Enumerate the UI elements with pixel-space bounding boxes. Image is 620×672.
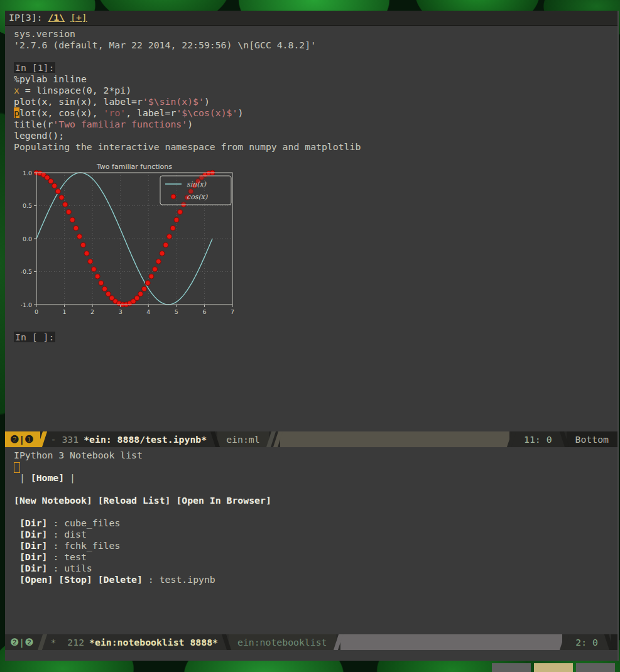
entry-button[interactable]: [Dir] (19, 563, 48, 573)
inline-plot-output: 01234567−1.0−0.50.00.51.0Two familiar fu… (21, 161, 247, 323)
buffer-flags: * 212 (51, 637, 84, 648)
svg-text:3: 3 (119, 308, 122, 315)
svg-text:6: 6 (202, 308, 206, 315)
svg-text:0.0: 0.0 (23, 236, 32, 242)
svg-text:Two familiar functions: Two familiar functions (96, 163, 172, 171)
entry-button[interactable]: [Stop] (58, 574, 92, 585)
stdout-line: Populating the interactive namespace fro… (14, 141, 617, 153)
blank-line (14, 51, 617, 62)
svg-text:−1.0: −1.0 (21, 301, 32, 308)
emacs-frame: IP[3]: /1\ [+] sys.version '2.7.6 (defau… (5, 11, 619, 661)
cell-output: '2.7.6 (default, Mar 22 2014, 22:59:56) … (14, 40, 617, 51)
entry-separator: : (143, 574, 160, 585)
entry-button[interactable]: [Dir] (19, 540, 48, 551)
new-tab-button[interactable]: [+] (70, 12, 87, 23)
minibuffer-echo-area[interactable] (5, 650, 617, 661)
scroll-indicator-segment: Bottom (567, 431, 617, 447)
entry-button[interactable]: [Dir] (19, 529, 48, 539)
taskbar-item[interactable] (534, 663, 573, 672)
modeline-notebooklist: ❷|❷ * 212*ein:notebooklist 8888* ein:not… (5, 634, 617, 650)
code-line[interactable]: plot(x, sin(x), label=r'$\sin(x)$') (14, 96, 617, 107)
buffer-name[interactable]: *ein:notebooklist 8888* (89, 637, 218, 648)
code-text: , label=r (126, 107, 176, 118)
cursor-position-segment: 2: 0 (567, 634, 607, 650)
entry-name: dist (64, 529, 87, 539)
notebook-entry: [Dir] : test (14, 551, 617, 563)
code-string: 'ro' (104, 107, 126, 118)
buffer-info-segment: * 212*ein:notebooklist 8888* (45, 634, 224, 650)
code-line[interactable]: legend(); (14, 130, 617, 141)
entry-button[interactable]: [Dir] (19, 551, 48, 562)
major-mode-segment: ein:ml (217, 431, 268, 447)
empty-input-prompt[interactable]: In [ ]: (14, 332, 55, 342)
code-cell-input[interactable]: sys.version (14, 28, 617, 40)
modeline-notebook: ❷|❶ - 331*ein: 8888/test.ipynb* ein:ml 1… (5, 431, 617, 447)
notebook-entry: [Dir] : dist (14, 529, 617, 540)
buffer-size: - 331 (51, 434, 79, 445)
code-line[interactable]: %pylab inline (14, 73, 617, 85)
inactive-cursor (14, 462, 20, 473)
taskbar-item[interactable] (492, 663, 531, 672)
badge-separator: | (19, 637, 24, 648)
gap (92, 495, 98, 506)
badge-separator: | (19, 434, 24, 445)
code-string: 'Two familiar functions' (53, 119, 187, 129)
code-line[interactable]: title(r'Two familiar functions') (14, 119, 617, 130)
entry-name: cube_files (64, 518, 120, 528)
breadcrumb-separator: | (64, 472, 75, 483)
entry-button[interactable]: [Delete] (98, 574, 143, 585)
entry-separator: : (47, 551, 64, 562)
open-in-browser-button[interactable]: [Open In Browser] (176, 495, 271, 506)
taskbar-item[interactable] (576, 663, 615, 672)
notebook-entry: [Dir] : cube_files (14, 518, 617, 529)
window-number-badge: ❶ (24, 433, 33, 445)
window-number-segment: ❷|❷ (5, 634, 40, 650)
entry-name: test (64, 551, 87, 562)
breadcrumb-separator: | (14, 472, 31, 483)
code-text: legend(); (14, 130, 64, 141)
cursor-position-segment: 11: 0 (514, 431, 562, 447)
buffer-name[interactable]: *ein: 8888/test.ipynb* (84, 434, 207, 445)
svg-text:1: 1 (63, 308, 67, 315)
desktop: { "palette":{ "accent_yellow":"#d9a118",… (0, 0, 620, 672)
svg-text:7: 7 (231, 308, 234, 315)
code-text: ) (237, 107, 243, 118)
modeline-filler (280, 431, 509, 447)
text-cursor: p (14, 107, 19, 118)
code-text: = linspace(0, 2*pi) (19, 85, 131, 95)
new-notebook-button[interactable]: [New Notebook] (14, 495, 92, 506)
svg-text:4: 4 (146, 308, 150, 315)
home-button[interactable]: [Home] (31, 472, 64, 483)
major-mode[interactable]: ein:notebooklist (237, 637, 327, 648)
entry-name: test.ipynb (160, 574, 215, 585)
breadcrumb: | [Home] | (14, 472, 617, 484)
cursor-position: 2: 0 (575, 637, 598, 648)
major-mode[interactable]: ein:ml (226, 434, 259, 445)
notebook-tab[interactable]: /1\ (48, 12, 65, 23)
input-prompt-line: In [ ]: (14, 332, 617, 343)
svg-text:1.0: 1.0 (23, 170, 32, 176)
buffer-info-segment: - 331*ein: 8888/test.ipynb* (45, 431, 214, 447)
notebook-entry-list: [Dir] : cube_files [Dir] : dist [Dir] : … (14, 518, 617, 585)
frame-number-badge: ❷ (10, 636, 19, 648)
notebook-entry: [Dir] : utils (14, 563, 617, 574)
svg-text:cos(x): cos(x) (187, 193, 208, 201)
code-line[interactable]: plot(x, cos(x), 'ro', label=r'$\cos(x)$'… (14, 107, 617, 119)
code-text: ) (204, 96, 210, 107)
reload-list-button[interactable]: [Reload List] (98, 495, 171, 506)
code-text: ) (187, 119, 193, 129)
code-line[interactable]: x = linspace(0, 2*pi) (14, 85, 617, 96)
window-number-badge: ❷ (24, 636, 33, 648)
entry-separator: : (47, 540, 64, 551)
notebooklist-actions: [New Notebook] [Reload List] [Open In Br… (14, 495, 617, 506)
header-space (65, 12, 70, 23)
notebooklist-title: IPython 3 Notebook list (14, 450, 617, 461)
entry-separator: : (47, 563, 64, 573)
entry-button[interactable]: [Open] (19, 574, 53, 585)
entry-button[interactable]: [Dir] (19, 518, 48, 528)
frame-number-badge: ❷ (10, 433, 19, 445)
cursor-position: 11: 0 (524, 434, 552, 445)
svg-text:5: 5 (175, 308, 178, 315)
window-number-segment: ❷|❶ (5, 431, 40, 447)
scroll-position: Bottom (575, 434, 609, 445)
